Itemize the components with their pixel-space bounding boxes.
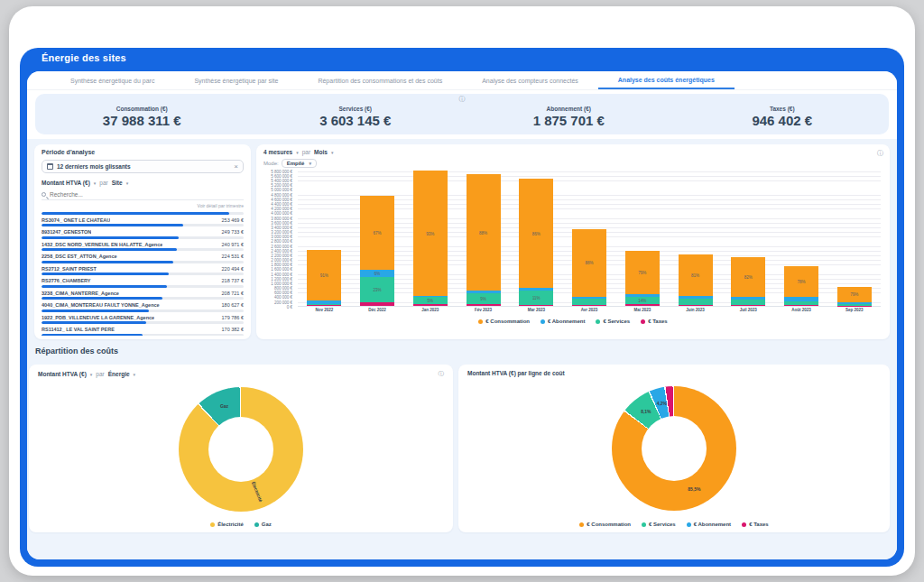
bar-segment-consommation[interactable]: 78% <box>784 266 818 297</box>
bar-slot: 23%6%67%Déc 2022 <box>351 171 404 306</box>
search-input[interactable] <box>50 191 244 198</box>
period-select[interactable]: 12 derniers mois glissants × <box>42 160 244 173</box>
bar-segment-consommation[interactable]: 79% <box>837 287 872 301</box>
bar-segment-consommation[interactable]: 88% <box>572 229 606 297</box>
bar-segment-abonnement[interactable] <box>625 294 660 296</box>
tab-synthese-parc[interactable]: Synthèse énergétique du parc <box>51 71 174 89</box>
legend-item[interactable]: € Taxes <box>641 319 668 324</box>
mode-select[interactable]: Empilé ▾ <box>282 159 317 168</box>
bar-segment-services[interactable]: 14% <box>625 297 660 304</box>
stacked-bar[interactable]: 11%86% <box>519 179 553 306</box>
segment-percent-label: 81% <box>679 273 713 278</box>
segment-percent-label: 5% <box>413 299 448 303</box>
site-row[interactable]: RS3074_ ONET LE CHATEAU253 469 € <box>42 217 244 227</box>
bar-segment-consommation[interactable]: 82% <box>731 257 765 298</box>
clear-icon[interactable]: × <box>234 163 238 171</box>
bar-segment-abonnement[interactable] <box>731 297 765 300</box>
bar-segment-services[interactable] <box>731 300 765 305</box>
info-icon[interactable]: ⓘ <box>439 370 445 378</box>
stacked-bar[interactable]: 78% <box>784 266 818 306</box>
bar-segment-taxes[interactable] <box>467 304 501 306</box>
bar-segment-services[interactable] <box>784 301 818 305</box>
stacked-bar[interactable]: 88% <box>572 229 606 306</box>
detail-link[interactable]: Voir détail par trimestre <box>42 203 244 208</box>
site-row[interactable]: RS2712_SAINT PRIEST220 494 € <box>42 266 244 276</box>
legend-item[interactable]: € Taxes <box>742 522 769 527</box>
site-row[interactable]: 3238_CIMA_NANTERRE_Agence208 721 € <box>42 291 244 300</box>
legend-item[interactable]: € Consommation <box>478 319 530 324</box>
tab-repartition-consommations[interactable]: Répartition des consommations et des coû… <box>298 71 462 89</box>
energy-donut-chart[interactable]: ÉlectricitéGaz <box>179 387 303 512</box>
legend-item[interactable]: € Consommation <box>579 522 631 527</box>
dimension-dropdown[interactable]: Site <box>112 180 123 186</box>
site-row[interactable]: 1922_PDB_VILLENEUVE LA GARENNE_Agence179… <box>42 315 244 325</box>
bar-segment-consommation[interactable]: 79% <box>625 251 660 294</box>
bar-segment-services[interactable]: 23% <box>360 277 394 302</box>
bar-segment-taxes[interactable] <box>360 302 394 306</box>
bar-segment-abonnement[interactable] <box>413 296 448 297</box>
cost-lines-donut-chart[interactable]: 85,5%8,1%4,2% <box>612 386 736 511</box>
info-icon[interactable]: ⓘ <box>877 149 883 158</box>
tab-synthese-site[interactable]: Synthèse énergétique par site <box>174 71 298 89</box>
legend-item[interactable]: € Services <box>596 319 630 324</box>
bar-segment-consommation[interactable]: 91% <box>307 250 341 300</box>
bar-segment-consommation[interactable]: 81% <box>679 254 713 296</box>
legend-item[interactable]: Gaz <box>254 522 272 527</box>
bar-segment-abonnement[interactable] <box>307 300 341 303</box>
stacked-bar[interactable]: 14%79% <box>625 251 660 306</box>
x-axis-label: Août 2023 <box>775 308 828 312</box>
group-dropdown[interactable]: Mois <box>314 149 328 155</box>
bar-segment-consommation[interactable]: 86% <box>519 179 553 288</box>
stacked-bar[interactable]: 23%6%67% <box>360 196 394 306</box>
metric-dropdown[interactable]: Montant HTVA (€) <box>38 371 87 377</box>
bar-segment-consommation[interactable]: 88% <box>467 174 501 291</box>
legend-item[interactable]: Électricité <box>210 522 244 527</box>
bar-segment-services[interactable]: 5% <box>413 297 448 304</box>
stacked-bar[interactable]: 81% <box>679 254 713 306</box>
site-row[interactable]: 1432_DSC NORD_VERNEUIL EN HALATTE_Agence… <box>42 242 244 252</box>
legend-item[interactable]: € Abonnement <box>541 319 585 324</box>
stacked-bar[interactable]: 5%93% <box>413 171 448 306</box>
bar-segment-services[interactable]: 9% <box>467 293 501 305</box>
bar-segment-abonnement[interactable] <box>679 296 713 299</box>
stacked-bar[interactable]: 91% <box>307 250 341 306</box>
bar-segment-abonnement[interactable]: 6% <box>360 270 394 277</box>
tab-compteurs-connectes[interactable]: Analyse des compteurs connectés <box>462 71 598 89</box>
legend-item[interactable]: € Abonnement <box>687 522 731 527</box>
bar-segment-taxes[interactable] <box>519 305 553 306</box>
bar-segment-abonnement[interactable] <box>784 297 818 301</box>
bar-segment-taxes[interactable] <box>572 305 606 306</box>
bar-segment-services[interactable] <box>679 299 713 305</box>
bar-segment-taxes[interactable] <box>413 304 448 306</box>
site-row[interactable]: RS11412_ LE VAL SAINT PERE170 382 € <box>42 327 244 336</box>
bar-segment-abonnement[interactable] <box>572 297 606 300</box>
tab-analyse-couts[interactable]: Analyse des coûts énergétiques <box>598 71 735 89</box>
site-row[interactable]: 4040_CIMA_MONTEREAU FAULT YONNE_Agence18… <box>42 302 244 312</box>
stacked-bar[interactable]: 79% <box>837 287 872 306</box>
bar-segment-consommation[interactable]: 93% <box>413 171 448 296</box>
bar-segment-services[interactable] <box>572 299 606 305</box>
bar-segment-taxes[interactable] <box>307 305 341 306</box>
site-row[interactable]: RS2776_CHAMBERY218 737 € <box>42 278 244 288</box>
bar-segment-taxes[interactable] <box>731 305 765 306</box>
bar-segment-taxes[interactable] <box>784 305 818 306</box>
bar-segment-abonnement[interactable] <box>467 291 501 292</box>
dimension-dropdown[interactable]: Énergie <box>108 371 130 377</box>
stacked-bar[interactable]: 9%88% <box>467 174 501 306</box>
bar-segment-services[interactable]: 11% <box>519 291 553 305</box>
bar-segment-abonnement[interactable] <box>837 302 872 304</box>
bar-segment-taxes[interactable] <box>679 305 713 306</box>
bar-segment-consommation[interactable]: 67% <box>360 196 394 269</box>
bar-segment-services[interactable] <box>837 304 872 306</box>
bar-segment-abonnement[interactable] <box>519 288 553 291</box>
info-icon[interactable]: ⓘ <box>459 95 466 104</box>
legend-item[interactable]: € Services <box>642 522 676 527</box>
bar-segment-taxes[interactable] <box>625 304 660 306</box>
measures-dropdown[interactable]: 4 mesures <box>263 149 292 155</box>
bar-segment-services[interactable] <box>307 304 341 305</box>
segment-percent-label: 88% <box>572 261 606 265</box>
metric-dropdown[interactable]: Montant HTVA (€) <box>42 180 90 186</box>
stacked-bar[interactable]: 82% <box>731 257 765 306</box>
site-row[interactable]: 2258_DSC EST_ATTON_Agence224 531 € <box>42 254 244 263</box>
site-row[interactable]: 8931247_GENESTON249 733 € <box>42 229 244 239</box>
